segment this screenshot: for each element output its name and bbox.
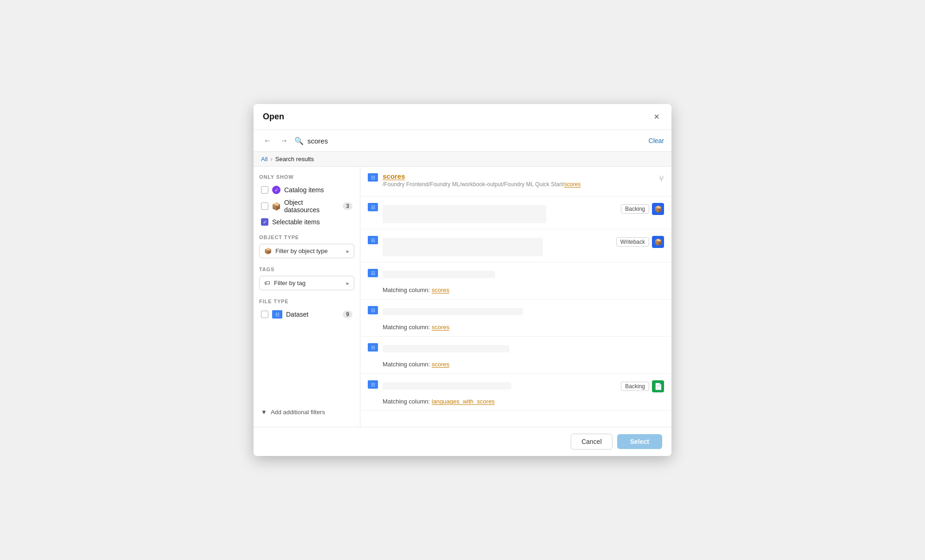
backing-badge: Backing: [621, 382, 649, 391]
filter-object-type-dropdown[interactable]: 📦 Filter by object type ▸: [259, 244, 354, 258]
result-badges: Backing 📦: [621, 203, 664, 215]
tag-icon: 🏷: [264, 280, 270, 287]
backing-badge: Backing: [621, 204, 649, 214]
result-item[interactable]: ☷ Matching column: scores: [360, 262, 671, 300]
search-bar: ← → 🔍 Clear: [254, 130, 671, 152]
redacted-name: [383, 345, 509, 352]
result-item[interactable]: ☷ scores /Foundry Frontend/Foundry ML/wo…: [360, 167, 671, 196]
result-dataset-icon: ☷: [368, 269, 378, 277]
redacted-name: [383, 271, 495, 278]
main-layout: ONLY SHOW ✓ Catalog items 📦 Object datas…: [254, 167, 671, 427]
modal-title: Open: [263, 112, 284, 122]
result-item[interactable]: ☷ Writeback 📦: [360, 229, 671, 262]
sidebar-spacer: [259, 321, 354, 405]
add-filters-icon: ▼: [261, 409, 267, 416]
catalog-items-label: Catalog items: [284, 186, 352, 194]
clear-button[interactable]: Clear: [649, 137, 664, 144]
only-show-label: ONLY SHOW: [259, 174, 354, 180]
result-item[interactable]: ☷ Matching column: scores: [360, 337, 671, 374]
result-item[interactable]: ☷ Matching column: scores: [360, 300, 671, 337]
result-item[interactable]: ☷ Matching column: languages_with_scores…: [360, 374, 671, 411]
result-content: Matching column: scores: [383, 342, 664, 368]
result-dataset-icon: ☷: [368, 203, 378, 211]
breadcrumb: All › Search results: [254, 152, 671, 167]
result-item[interactable]: ☷ Backing 📦: [360, 196, 671, 229]
object-type-chevron-icon: ▸: [346, 248, 349, 254]
back-button[interactable]: ←: [261, 135, 274, 147]
breadcrumb-chevron: ›: [270, 156, 272, 163]
sidebar: ONLY SHOW ✓ Catalog items 📦 Object datas…: [254, 167, 360, 427]
result-dataset-icon: ☷: [368, 236, 378, 244]
datasource-badge-icon: 📦: [652, 203, 664, 215]
tag-chevron-icon: ▸: [346, 280, 349, 287]
result-right: ⑂: [659, 172, 664, 184]
writeback-badge: Writeback: [616, 237, 649, 247]
result-dataset-icon: ☷: [368, 306, 378, 314]
object-datasources-icon: 📦: [272, 202, 280, 210]
catalog-items-checkbox[interactable]: [261, 186, 268, 194]
object-type-label: OBJECT TYPE: [259, 234, 354, 240]
search-icon: 🔍: [294, 137, 304, 145]
result-dataset-icon: ☷: [368, 343, 378, 352]
search-input[interactable]: [307, 137, 645, 145]
cancel-button[interactable]: Cancel: [571, 434, 612, 449]
results-panel: ☷ scores /Foundry Frontend/Foundry ML/wo…: [360, 167, 671, 427]
dataset-icon: ☷: [272, 310, 282, 319]
result-content: [383, 235, 612, 256]
selectable-items-label: Selectable items: [272, 218, 352, 226]
result-dataset-icon: ☷: [368, 173, 378, 182]
modal-footer: Cancel Select: [254, 427, 671, 456]
open-modal: Open × ← → 🔍 Clear All › Search results …: [254, 104, 671, 456]
filter-object-type-label: 📦 Filter by object type: [264, 247, 328, 254]
file-type-label: FILE TYPE: [259, 299, 354, 304]
object-datasources-checkbox[interactable]: [261, 202, 268, 210]
filter-object-type-icon: 📦: [264, 247, 272, 254]
tags-label: TAGS: [259, 267, 354, 272]
catalog-icon: ✓: [272, 186, 280, 194]
result-content: Matching column: languages_with_scores: [383, 379, 616, 405]
result-content: Matching column: scores: [383, 305, 664, 331]
filter-tag-dropdown[interactable]: 🏷 Filter by tag ▸: [259, 276, 354, 290]
matching-column: Matching column: scores: [383, 361, 664, 368]
dataset-count: 9: [343, 311, 352, 318]
matching-column: Matching column: languages_with_scores: [383, 398, 616, 405]
dataset-checkbox[interactable]: [261, 311, 268, 318]
filter-selectable-items[interactable]: ✓ Selectable items: [259, 216, 354, 228]
result-content: scores /Foundry Frontend/Foundry ML/work…: [383, 172, 654, 188]
close-button[interactable]: ×: [651, 111, 662, 123]
filter-dataset[interactable]: ☷ Dataset 9: [259, 308, 354, 321]
redacted-name: [383, 308, 523, 315]
breadcrumb-all[interactable]: All: [261, 156, 267, 163]
datasource-badge-icon-green: 📄: [652, 380, 664, 392]
result-content: Matching column: scores: [383, 268, 664, 293]
result-content: [383, 202, 616, 223]
result-badges: Backing 📄: [621, 380, 664, 392]
result-path: /Foundry Frontend/Foundry ML/workbook-ou…: [383, 181, 654, 188]
object-datasources-label: Object datasources: [284, 199, 339, 214]
forward-button[interactable]: →: [278, 135, 291, 147]
filter-catalog-items[interactable]: ✓ Catalog items: [259, 183, 354, 196]
add-filters-button[interactable]: ▼ Add additional filters: [259, 405, 354, 419]
filter-tag-label: 🏷 Filter by tag: [264, 280, 306, 287]
result-dataset-icon: ☷: [368, 380, 378, 389]
matching-column: Matching column: scores: [383, 324, 664, 331]
result-badges: Writeback 📦: [616, 236, 664, 248]
redacted-content: [383, 238, 543, 256]
redacted-content: [383, 205, 546, 223]
breadcrumb-current: Search results: [275, 156, 314, 163]
dataset-label: Dataset: [286, 311, 339, 318]
branch-icon: ⑂: [659, 174, 664, 184]
modal-header: Open ×: [254, 104, 671, 130]
matching-column: Matching column: scores: [383, 287, 664, 293]
datasource-badge-icon: 📦: [652, 236, 664, 248]
object-datasources-count: 3: [343, 202, 352, 210]
select-button[interactable]: Select: [617, 434, 662, 449]
filter-object-datasources[interactable]: 📦 Object datasources 3: [259, 196, 354, 216]
selectable-items-checkbox[interactable]: ✓: [261, 218, 268, 226]
redacted-name: [383, 382, 511, 390]
result-name: scores: [383, 172, 654, 180]
